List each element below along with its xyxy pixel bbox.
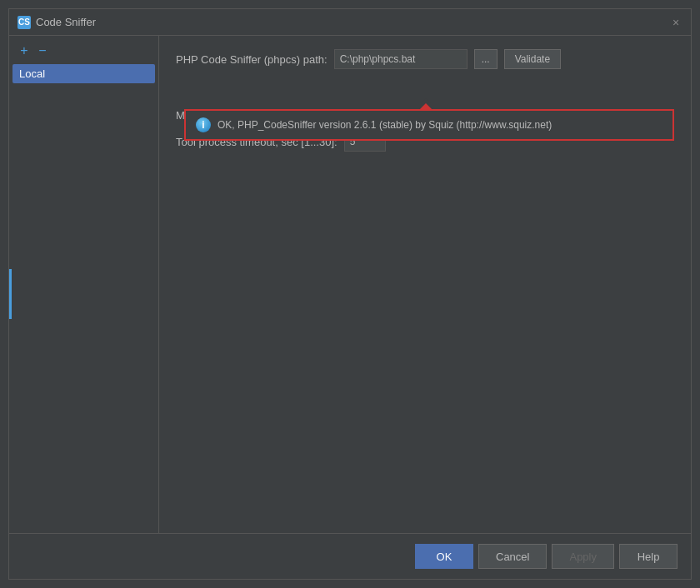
title-bar: CS Code Sniffer × — [9, 9, 691, 36]
dialog-title: Code Sniffer — [36, 16, 96, 28]
content-area: PHP Code Sniffer (phpcs) path: ... Valid… — [159, 36, 691, 533]
apply-button[interactable]: Apply — [552, 544, 614, 569]
validate-button[interactable]: Validate — [504, 49, 561, 69]
sidebar-toolbar: + − — [12, 41, 155, 62]
ok-button[interactable]: OK — [415, 544, 473, 569]
title-bar-left: CS Code Sniffer — [18, 16, 96, 29]
browse-button[interactable]: ... — [474, 49, 498, 69]
cancel-button[interactable]: Cancel — [478, 544, 547, 569]
validation-tooltip: i OK, PHP_CodeSniffer version 2.6.1 (sta… — [184, 109, 674, 141]
dialog-body: + − Local PHP Code Sniffer (phpcs) path:… — [9, 36, 691, 533]
validation-message: OK, PHP_CodeSniffer version 2.6.1 (stabl… — [218, 119, 552, 131]
tooltip-caret-inner — [421, 98, 431, 103]
dialog-footer: OK Cancel Apply Help — [9, 533, 691, 579]
sidebar-item-local[interactable]: Local — [12, 64, 155, 83]
remove-config-button[interactable]: − — [34, 42, 51, 59]
code-sniffer-dialog: CS Code Sniffer × + − Local PHP Code Sni… — [8, 8, 692, 580]
left-edge-indicator — [9, 269, 12, 319]
sidebar: + − Local — [9, 36, 159, 533]
phpcs-path-row: PHP Code Sniffer (phpcs) path: ... Valid… — [176, 49, 674, 69]
close-button[interactable]: × — [669, 16, 682, 29]
add-config-button[interactable]: + — [16, 42, 32, 59]
help-button[interactable]: Help — [619, 544, 678, 569]
info-icon: i — [196, 117, 211, 132]
phpcs-path-label: PHP Code Sniffer (phpcs) path: — [176, 53, 328, 66]
tooltip-caret — [419, 103, 432, 110]
dialog-icon: CS — [18, 16, 31, 29]
phpcs-path-input[interactable] — [334, 49, 468, 69]
